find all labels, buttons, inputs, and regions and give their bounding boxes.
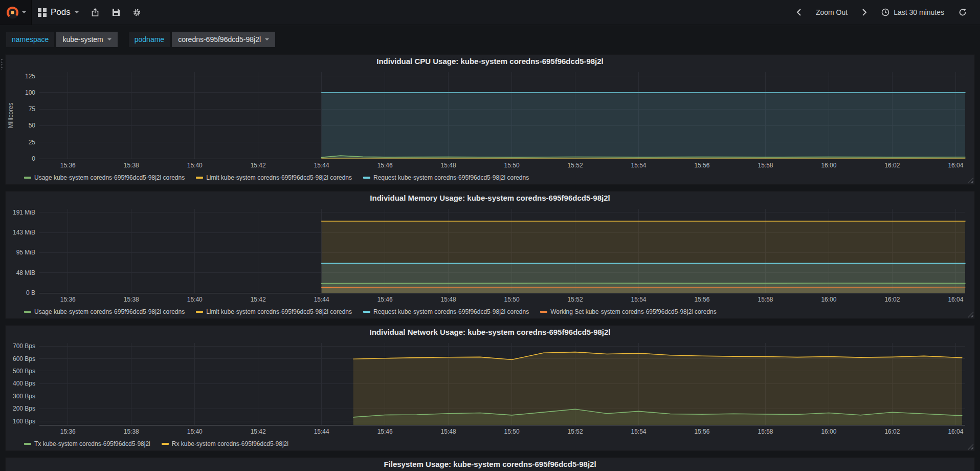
svg-text:400 Bps: 400 Bps — [13, 380, 35, 387]
time-range-button[interactable]: Last 30 minutes — [875, 0, 950, 25]
svg-text:15:56: 15:56 — [694, 162, 709, 169]
svg-text:500 Bps: 500 Bps — [13, 368, 35, 375]
individual-cpu-usage-canvas[interactable]: 15:3615:3815:4015:4215:4415:4615:4815:50… — [6, 68, 974, 171]
grafana-main-menu-button[interactable] — [0, 0, 32, 25]
svg-text:15:54: 15:54 — [631, 296, 647, 303]
svg-text:100 Bps: 100 Bps — [13, 418, 35, 425]
memory-usage-panel: Individual Memory Usage: kube-system cor… — [5, 191, 975, 319]
svg-text:15:44: 15:44 — [314, 428, 329, 435]
legend-series-color-icon — [363, 177, 370, 179]
cpu-usage-chart[interactable]: 15:3615:3815:4015:4215:4415:4615:4815:50… — [6, 68, 974, 171]
svg-text:15:48: 15:48 — [441, 162, 456, 169]
svg-text:15:46: 15:46 — [377, 428, 393, 435]
svg-text:0: 0 — [32, 155, 35, 162]
time-range-label: Last 30 minutes — [894, 8, 944, 16]
variable-podname-value: coredns-695f96dcd5-98j2l — [178, 35, 261, 44]
svg-text:Millicores: Millicores — [7, 102, 14, 128]
zoom-next-button[interactable] — [856, 0, 873, 25]
legend-item[interactable]: Request kube-system coredns-695f96dcd5-9… — [363, 308, 529, 315]
legend-series-color-icon — [196, 311, 203, 313]
variable-namespace-value-dropdown[interactable]: kube-system — [56, 32, 117, 47]
panel-title-memory[interactable]: Individual Memory Usage: kube-system cor… — [6, 191, 974, 205]
svg-text:191 MiB: 191 MiB — [13, 209, 35, 216]
svg-text:15:36: 15:36 — [60, 428, 76, 435]
dashboard-title: Pods — [51, 7, 71, 17]
dashboard-picker[interactable]: Pods — [32, 0, 85, 25]
refresh-button[interactable] — [952, 0, 973, 25]
svg-text:15:36: 15:36 — [60, 162, 76, 169]
legend-series-label: Usage kube-system coredns-695f96dcd5-98j… — [34, 308, 185, 315]
row-drag-handle[interactable] — [1, 58, 3, 70]
chevron-left-icon — [796, 9, 801, 16]
svg-text:16:00: 16:00 — [821, 162, 836, 169]
navbar: Pods — [0, 0, 980, 25]
individual-memory-usage-canvas[interactable]: 15:3615:3815:4015:4215:4415:4615:4815:50… — [6, 205, 974, 305]
svg-text:15:40: 15:40 — [187, 428, 203, 435]
dashboard-caret-icon — [75, 11, 79, 15]
svg-text:15:44: 15:44 — [314, 296, 329, 303]
legend-series-color-icon — [24, 311, 31, 313]
legend-item[interactable]: Limit kube-system coredns-695f96dcd5-98j… — [196, 174, 352, 181]
svg-text:75: 75 — [29, 105, 36, 113]
share-icon — [91, 8, 100, 17]
svg-text:95 MiB: 95 MiB — [16, 249, 35, 256]
variable-podname-value-dropdown[interactable]: coredns-695f96dcd5-98j2l — [172, 32, 275, 47]
legend-series-label: Limit kube-system coredns-695f96dcd5-98j… — [206, 174, 352, 181]
legend-series-label: Request kube-system coredns-695f96dcd5-9… — [373, 174, 529, 181]
svg-text:16:04: 16:04 — [948, 296, 963, 303]
memory-usage-chart[interactable]: 15:3615:3815:4015:4215:4415:4615:4815:50… — [6, 205, 974, 305]
svg-text:48 MiB: 48 MiB — [16, 269, 35, 276]
zoom-prev-button[interactable] — [790, 0, 808, 25]
svg-text:16:04: 16:04 — [948, 428, 963, 435]
legend-item[interactable]: Rx kube-system coredns-695f96dcd5-98j2l — [162, 440, 288, 447]
variable-podname: podname coredns-695f96dcd5-98j2l — [129, 32, 275, 47]
share-button[interactable] — [85, 0, 106, 25]
svg-text:15:38: 15:38 — [124, 296, 139, 303]
legend-item[interactable]: Usage kube-system coredns-695f96dcd5-98j… — [24, 174, 185, 181]
filesystem-usage-panel: Filesystem Usage: kube-system coredns-69… — [5, 457, 975, 471]
svg-text:16:04: 16:04 — [948, 162, 963, 169]
navbar-right: Zoom Out Last 30 minutes — [790, 0, 980, 25]
network-usage-chart[interactable]: 15:3615:3815:4015:4215:4415:4615:4815:50… — [6, 339, 974, 437]
memory-usage-legend: Usage kube-system coredns-695f96dcd5-98j… — [6, 305, 974, 318]
grafana-logo-icon — [6, 6, 19, 19]
legend-item[interactable]: Usage kube-system coredns-695f96dcd5-98j… — [24, 308, 185, 315]
svg-text:16:02: 16:02 — [884, 162, 900, 169]
individual-network-usage-canvas[interactable]: 15:3615:3815:4015:4215:4415:4615:4815:50… — [6, 339, 974, 437]
legend-series-label: Usage kube-system coredns-695f96dcd5-98j… — [34, 174, 185, 181]
svg-text:16:00: 16:00 — [821, 428, 836, 435]
svg-text:0 B: 0 B — [26, 289, 35, 296]
gear-icon — [132, 8, 141, 17]
legend-item[interactable]: Request kube-system coredns-695f96dcd5-9… — [363, 174, 529, 181]
network-usage-panel: Individual Network Usage: kube-system co… — [5, 325, 975, 451]
panel-title-filesystem[interactable]: Filesystem Usage: kube-system coredns-69… — [6, 458, 974, 471]
panel-title-network[interactable]: Individual Network Usage: kube-system co… — [6, 326, 974, 339]
legend-item[interactable]: Limit kube-system coredns-695f96dcd5-98j… — [196, 308, 352, 315]
chevron-right-icon — [862, 9, 867, 16]
svg-text:100: 100 — [25, 89, 35, 96]
svg-text:15:54: 15:54 — [631, 162, 647, 169]
legend-series-label: Limit kube-system coredns-695f96dcd5-98j… — [206, 308, 352, 315]
panel-title-cpu[interactable]: Individual CPU Usage: kube-system coredn… — [6, 55, 974, 68]
svg-text:15:52: 15:52 — [568, 296, 583, 303]
legend-series-color-icon — [162, 443, 169, 445]
legend-series-color-icon — [196, 177, 203, 179]
zoom-out-button[interactable]: Zoom Out — [810, 0, 854, 25]
save-button[interactable] — [106, 0, 126, 25]
svg-text:700 Bps: 700 Bps — [13, 342, 35, 350]
svg-text:15:56: 15:56 — [694, 428, 709, 435]
svg-text:600 Bps: 600 Bps — [13, 355, 35, 362]
settings-button[interactable] — [126, 0, 147, 25]
legend-item[interactable]: Tx kube-system coredns-695f96dcd5-98j2l — [24, 440, 150, 447]
svg-text:15:56: 15:56 — [694, 296, 709, 303]
cpu-usage-legend: Usage kube-system coredns-695f96dcd5-98j… — [6, 171, 974, 184]
svg-text:15:52: 15:52 — [568, 162, 583, 169]
svg-text:15:48: 15:48 — [441, 296, 456, 303]
legend-item[interactable]: Working Set kube-system coredns-695f96dc… — [540, 308, 717, 315]
svg-text:143 MiB: 143 MiB — [13, 229, 35, 236]
variable-namespace-value: kube-system — [62, 35, 103, 44]
legend-series-label: Rx kube-system coredns-695f96dcd5-98j2l — [172, 440, 288, 447]
svg-text:50: 50 — [29, 122, 36, 129]
legend-series-color-icon — [24, 443, 31, 445]
legend-series-label: Tx kube-system coredns-695f96dcd5-98j2l — [34, 440, 150, 447]
